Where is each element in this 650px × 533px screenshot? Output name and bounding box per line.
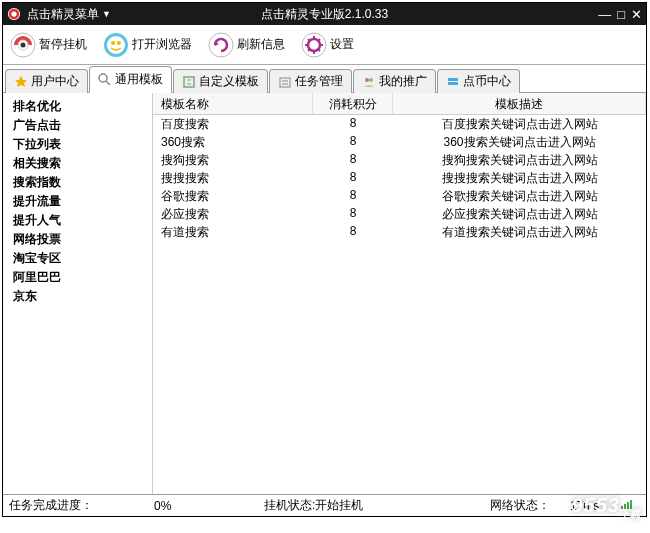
settings-label: 设置 xyxy=(330,36,354,53)
cell-cost: 8 xyxy=(313,205,393,223)
svg-line-22 xyxy=(106,81,110,85)
col-cost[interactable]: 消耗积分 xyxy=(313,93,393,114)
cell-cost: 8 xyxy=(313,187,393,205)
svg-rect-36 xyxy=(630,500,632,509)
tab-coin-center[interactable]: 点币中心 xyxy=(437,69,520,93)
general-template-icon xyxy=(98,73,112,87)
sidebar-item[interactable]: 相关搜索 xyxy=(5,154,150,173)
titlebar: 点击精灵菜单 ▼ 点击精灵专业版2.1.0.33 — □ ✕ xyxy=(3,3,646,25)
user-center-icon xyxy=(14,75,28,89)
svg-point-5 xyxy=(21,42,26,47)
main-toolbar: 暂停挂机 打开浏览器 刷新信息 设置 xyxy=(3,25,646,65)
pause-label: 暂停挂机 xyxy=(39,36,87,53)
svg-point-21 xyxy=(99,74,107,82)
tabbar: 用户中心通用模板自定义模板任务管理我的推广点币中心 xyxy=(3,65,646,93)
cell-name: 有道搜索 xyxy=(153,223,313,241)
sidebar-item[interactable]: 阿里巴巴 xyxy=(5,268,150,287)
window-title: 点击精灵专业版2.1.0.33 xyxy=(261,6,388,23)
chevron-down-icon: ▼ xyxy=(102,9,111,19)
svg-line-20 xyxy=(308,49,310,51)
svg-point-10 xyxy=(209,33,233,57)
cell-desc: 有道搜索关键词点击进入网站 xyxy=(393,223,646,241)
svg-point-2 xyxy=(11,11,16,16)
tab-task-mgr[interactable]: 任务管理 xyxy=(269,69,352,93)
sidebar-item[interactable]: 淘宝专区 xyxy=(5,249,150,268)
settings-button[interactable]: 设置 xyxy=(297,30,358,60)
table-row[interactable]: 360搜索8360搜索关键词点击进入网站 xyxy=(153,133,646,151)
cell-cost: 8 xyxy=(313,115,393,133)
open-browser-button[interactable]: 打开浏览器 xyxy=(99,30,196,60)
table-body: 百度搜索8百度搜索关键词点击进入网站360搜索8360搜索关键词点击进入网站搜狗… xyxy=(153,115,646,494)
coin-center-icon xyxy=(446,75,460,89)
tab-custom-template[interactable]: 自定义模板 xyxy=(173,69,268,93)
sidebar-item[interactable]: 广告点击 xyxy=(5,116,150,135)
statusbar: 任务完成进度： 0% 挂机状态:开始挂机 网络状态： 17ms xyxy=(3,494,646,516)
table-row[interactable]: 百度搜索8百度搜索关键词点击进入网站 xyxy=(153,115,646,133)
table-header: 模板名称 消耗积分 模板描述 xyxy=(153,93,646,115)
task-mgr-icon xyxy=(278,75,292,89)
sidebar-item[interactable]: 网络投票 xyxy=(5,230,150,249)
open-browser-label: 打开浏览器 xyxy=(132,36,192,53)
svg-point-29 xyxy=(365,78,369,82)
table-row[interactable]: 谷歌搜索8谷歌搜索关键词点击进入网站 xyxy=(153,187,646,205)
app-menu[interactable]: 点击精灵菜单 ▼ xyxy=(27,6,111,23)
tab-label: 我的推广 xyxy=(379,73,427,90)
cell-cost: 8 xyxy=(313,223,393,241)
cell-desc: 谷歌搜索关键词点击进入网站 xyxy=(393,187,646,205)
svg-line-18 xyxy=(318,49,320,51)
pause-icon xyxy=(10,32,36,58)
latency-value: 17ms xyxy=(570,499,599,513)
col-desc[interactable]: 模板描述 xyxy=(393,93,646,114)
close-button[interactable]: ✕ xyxy=(631,7,642,22)
sidebar-item[interactable]: 提升人气 xyxy=(5,211,150,230)
table-row[interactable]: 有道搜索8有道搜索关键词点击进入网站 xyxy=(153,223,646,241)
cell-name: 搜狗搜索 xyxy=(153,151,313,169)
table-row[interactable]: 搜狗搜索8搜狗搜索关键词点击进入网站 xyxy=(153,151,646,169)
svg-point-8 xyxy=(111,41,115,45)
tab-general-template[interactable]: 通用模板 xyxy=(89,66,172,93)
cell-desc: 搜搜搜索关键词点击进入网站 xyxy=(393,169,646,187)
tab-label: 点币中心 xyxy=(463,73,511,90)
refresh-icon xyxy=(208,32,234,58)
cell-cost: 8 xyxy=(313,169,393,187)
cell-desc: 百度搜索关键词点击进入网站 xyxy=(393,115,646,133)
tab-label: 自定义模板 xyxy=(199,73,259,90)
my-promo-icon xyxy=(362,75,376,89)
svg-rect-23 xyxy=(184,77,194,87)
tab-my-promo[interactable]: 我的推广 xyxy=(353,69,436,93)
cell-desc: 搜狗搜索关键词点击进入网站 xyxy=(393,151,646,169)
tab-label: 用户中心 xyxy=(31,73,79,90)
refresh-button[interactable]: 刷新信息 xyxy=(204,30,289,60)
cell-name: 360搜索 xyxy=(153,133,313,151)
sidebar: 排名优化广告点击下拉列表相关搜索搜索指数提升流量提升人气网络投票淘宝专区阿里巴巴… xyxy=(3,93,153,494)
svg-rect-32 xyxy=(448,81,458,82)
cell-desc: 360搜索关键词点击进入网站 xyxy=(393,133,646,151)
svg-rect-34 xyxy=(624,504,626,509)
svg-rect-35 xyxy=(627,502,629,509)
sidebar-item[interactable]: 京东 xyxy=(5,287,150,306)
sidebar-item[interactable]: 排名优化 xyxy=(5,97,150,116)
svg-rect-33 xyxy=(621,506,623,509)
app-menu-label: 点击精灵菜单 xyxy=(27,6,99,23)
cell-desc: 必应搜索关键词点击进入网站 xyxy=(393,205,646,223)
tab-label: 通用模板 xyxy=(115,71,163,88)
svg-rect-26 xyxy=(280,78,290,87)
svg-point-7 xyxy=(107,36,125,54)
cell-name: 百度搜索 xyxy=(153,115,313,133)
col-name[interactable]: 模板名称 xyxy=(153,93,313,114)
sidebar-item[interactable]: 搜索指数 xyxy=(5,173,150,192)
pause-button[interactable]: 暂停挂机 xyxy=(6,30,91,60)
maximize-button[interactable]: □ xyxy=(617,7,625,22)
cell-name: 谷歌搜索 xyxy=(153,187,313,205)
custom-template-icon xyxy=(182,75,196,89)
progress-value: 0% xyxy=(154,499,171,513)
cell-cost: 8 xyxy=(313,133,393,151)
sidebar-item[interactable]: 提升流量 xyxy=(5,192,150,211)
tab-user-center[interactable]: 用户中心 xyxy=(5,69,88,93)
minimize-button[interactable]: — xyxy=(598,7,611,22)
progress-label: 任务完成进度： xyxy=(9,497,93,514)
svg-point-30 xyxy=(369,78,373,82)
table-row[interactable]: 必应搜索8必应搜索关键词点击进入网站 xyxy=(153,205,646,223)
table-row[interactable]: 搜搜搜索8搜搜搜索关键词点击进入网站 xyxy=(153,169,646,187)
sidebar-item[interactable]: 下拉列表 xyxy=(5,135,150,154)
